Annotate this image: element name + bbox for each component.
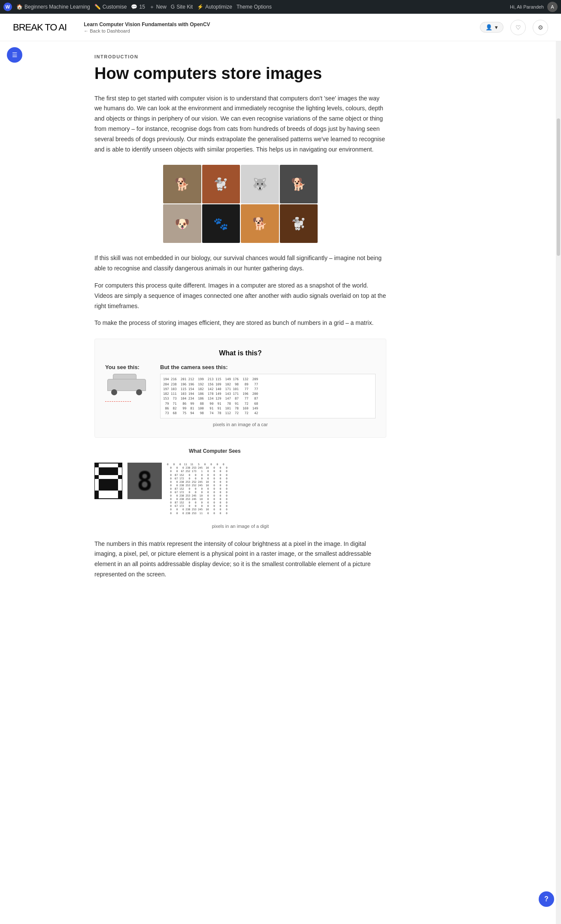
pixelated-8-grid [95, 464, 122, 498]
site-logo: BREAK TO AI [13, 22, 67, 33]
final-paragraphs: The numbers in this matrix represent the… [94, 539, 386, 580]
px-8 [99, 467, 103, 471]
px-11 [110, 467, 114, 471]
course-title: Learn Computer Vision Fundamentals with … [84, 21, 480, 27]
admin-bar-greeting: Hi, Ali Parandeh [510, 4, 544, 9]
digit-header: What Computer Sees [94, 448, 386, 454]
admin-bar-theme-options[interactable]: Theme Options [237, 4, 272, 10]
px-62 [118, 494, 122, 498]
px-35 [95, 483, 99, 487]
dog-cell-3: 🐺 [241, 165, 279, 203]
lesson-title: How computers store images [94, 64, 386, 83]
px-32 [110, 479, 114, 483]
what-computer-sees-label: What Computer Sees [189, 448, 241, 454]
px-4 [110, 464, 114, 467]
admin-bar-customise[interactable]: ✏️ Customise [94, 4, 127, 10]
px-28 [95, 479, 99, 483]
final-paragraph-1: The numbers in this matrix represent the… [94, 539, 386, 580]
px-14 [95, 471, 99, 475]
user-dropdown-icon: ▾ [495, 24, 498, 30]
what-is-this-diagram: What is this? You see this: But the came… [94, 339, 386, 438]
px-2 [103, 464, 106, 467]
px-58 [103, 494, 106, 498]
header-actions: 👤 ▾ ♡ ⚙ [480, 20, 548, 35]
user-icon: 👤 [485, 24, 492, 30]
settings-icon: ⚙ [538, 24, 543, 31]
px-23 [103, 475, 106, 479]
px-15 [99, 471, 103, 475]
dog-cell-6: 🐾 [202, 204, 240, 243]
user-button[interactable]: 👤 ▾ [480, 22, 503, 33]
main-content: INTRODUCTION How computers store images … [94, 41, 386, 612]
digit-matrix-data: 0 0 0 11 11 5 0 0 0 0 0 0 0 238 253 245 … [167, 463, 227, 515]
dog-cell-4: 🐕 [280, 165, 318, 203]
car-visual [105, 374, 148, 395]
px-42 [95, 487, 99, 491]
wishlist-button[interactable]: ♡ [510, 20, 526, 35]
wordpress-icon[interactable]: W [3, 3, 12, 11]
px-61 [114, 494, 118, 498]
dog-images-grid: 🐕 🐩 🐺 🐕 🐶 🐾 🐕 🐩 [94, 165, 386, 243]
px-53 [110, 491, 114, 494]
px-25 [110, 475, 114, 479]
scrollbar-track[interactable] [556, 41, 561, 612]
px-12 [114, 467, 118, 471]
admin-bar-site-name[interactable]: 🏠 Beginners Machine Learning [16, 4, 90, 10]
px-56 [95, 494, 99, 498]
car-diagram: You see this: But the camera sees this: … [105, 364, 376, 418]
px-0 [95, 464, 99, 467]
admin-bar-autoptimize[interactable]: ⚡ Autoptimize [197, 4, 232, 10]
px-55 [118, 491, 122, 494]
px-5 [114, 464, 118, 467]
px-50 [99, 491, 103, 494]
px-46 [110, 487, 114, 491]
paragraph-4: To make the process of storing images ef… [94, 318, 386, 328]
px-51 [103, 491, 106, 494]
paragraph-3: For computers this process quite differe… [94, 281, 386, 311]
admin-avatar[interactable]: A [547, 2, 558, 12]
matrix-text: 0 0 0 11 11 5 0 0 0 0 0 0 0 238 253 245 … [167, 463, 227, 515]
camera-sees-panel: But the camera sees this: 194 216 201 21… [160, 364, 376, 418]
sidebar-toggle-button[interactable]: ☰ [7, 47, 22, 63]
px-44 [103, 487, 106, 491]
you-see-label: You see this: [105, 364, 157, 370]
lesson-category: INTRODUCTION [94, 54, 386, 59]
digit-header-spacer [94, 448, 163, 454]
paragraph-2: If this skill was not embedded in our bi… [94, 253, 386, 274]
px-48 [118, 487, 122, 491]
px-19 [114, 471, 118, 475]
px-36 [99, 483, 103, 487]
px-3 [106, 464, 110, 467]
px-40 [114, 483, 118, 487]
admin-bar-comments[interactable]: 💬 15 [131, 4, 145, 10]
px-7 [95, 467, 99, 471]
admin-bar: W 🏠 Beginners Machine Learning ✏️ Custom… [0, 0, 561, 14]
px-6 [118, 464, 122, 467]
car-left-panel: You see this: [105, 364, 157, 402]
px-21 [95, 475, 99, 479]
admin-bar-new[interactable]: ＋ New [149, 3, 167, 11]
dog-grid: 🐕 🐩 🐺 🐕 🐶 🐾 🐕 🐩 [163, 165, 318, 243]
px-22 [99, 475, 103, 479]
heart-icon: ♡ [516, 24, 521, 31]
settings-button[interactable]: ⚙ [533, 20, 548, 35]
dog-cell-2: 🐩 [202, 165, 240, 203]
px-59 [106, 494, 110, 498]
px-37 [103, 483, 106, 487]
px-52 [106, 491, 110, 494]
px-13 [118, 467, 122, 471]
px-17 [106, 471, 110, 475]
admin-bar-left: W 🏠 Beginners Machine Learning ✏️ Custom… [3, 3, 505, 11]
admin-bar-sitekit[interactable]: G Site Kit [171, 4, 193, 10]
px-49 [95, 491, 99, 494]
px-47 [114, 487, 118, 491]
digit-pixel-caption: pixels in an image of a digit [94, 524, 386, 529]
digit-8-pixelated [94, 463, 122, 499]
px-27 [118, 475, 122, 479]
paragraph-1: The first step to get started with compu… [94, 94, 386, 155]
px-30 [103, 479, 106, 483]
px-18 [110, 471, 114, 475]
back-to-dashboard-link[interactable]: ← Back to Dashboard [84, 28, 480, 33]
scrollbar-thumb[interactable] [557, 118, 560, 256]
car-wheel-left [111, 389, 117, 395]
